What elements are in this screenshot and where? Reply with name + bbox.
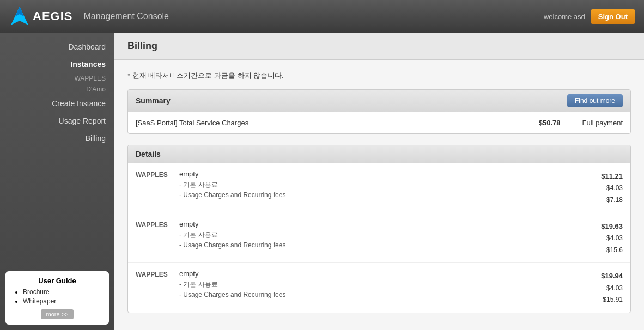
details-amounts-2: $19.63 $4.03 $15.6 (601, 220, 623, 256)
sidebar-item-billing[interactable]: Billing (0, 130, 114, 147)
user-guide-whitepaper[interactable]: Whitepaper (23, 297, 101, 305)
details-info-1: empty - 기본 사용료 - Usage Charges and Recur… (179, 170, 601, 200)
details-amounts-1: $11.21 $4.03 $7.18 (601, 170, 623, 206)
sidebar-item-wapples[interactable]: WAPPLES (0, 73, 114, 84)
beta-notice: * 현재 베타서비스기간으로 과금을 하지 않습니다. (127, 71, 631, 81)
details-type-3: WAPPLES (136, 270, 179, 278)
details-header: Details (128, 145, 630, 163)
find-out-more-button[interactable]: Find out more (567, 94, 623, 107)
header-right: welcome asd Sign Out (544, 9, 635, 24)
details-name-3: empty (179, 270, 601, 278)
sidebar-item-dashboard[interactable]: Dashboard (0, 38, 114, 56)
main-layout: Dashboard Instances WAPPLES D'Amo Create… (0, 33, 644, 330)
user-guide-brochure[interactable]: Brochure (23, 288, 101, 296)
summary-amount: $50.78 (539, 119, 561, 127)
summary-right: $50.78 Full payment (539, 119, 623, 127)
page-header: Billing (114, 33, 644, 60)
table-row: WAPPLES empty - 기본 사용료 - Usage Charges a… (128, 213, 630, 264)
logo-icon (9, 5, 31, 27)
details-info-3: empty - 기본 사용료 - Usage Charges and Recur… (179, 270, 601, 300)
user-guide-more-button[interactable]: more >> (41, 309, 74, 319)
table-row: WAPPLES empty - 기본 사용료 - Usage Charges a… (128, 263, 630, 313)
details-info-2: empty - 기본 사용료 - Usage Charges and Recur… (179, 220, 601, 250)
details-name-1: empty (179, 170, 601, 178)
details-box: Details WAPPLES empty - 기본 사용료 - Usage C… (127, 145, 631, 313)
details-title: Details (136, 150, 161, 158)
logo-area: AEGIS (9, 5, 72, 27)
details-type-2: WAPPLES (136, 220, 179, 229)
summary-payment: Full payment (582, 119, 623, 127)
details-name-2: empty (179, 220, 601, 228)
summary-box: Summary Find out more [SaaS Portal] Tota… (127, 89, 631, 134)
signout-button[interactable]: Sign Out (591, 9, 635, 24)
welcome-text: welcome asd (544, 13, 585, 21)
header-left: AEGIS Management Console (9, 5, 169, 27)
summary-service-label: [SaaS Portal] Total Service Charges (136, 119, 248, 127)
table-row: WAPPLES empty - 기본 사용료 - Usage Charges a… (128, 163, 630, 213)
sidebar-item-instances[interactable]: Instances (0, 56, 114, 73)
sidebar-item-usage-report[interactable]: Usage Report (0, 112, 114, 130)
sidebar-item-create-instance[interactable]: Create Instance (0, 95, 114, 112)
page-title: Billing (127, 40, 631, 52)
content-body: * 현재 베타서비스기간으로 과금을 하지 않습니다. Summary Find… (114, 60, 644, 330)
summary-row: [SaaS Portal] Total Service Charges $50.… (128, 112, 630, 133)
sidebar: Dashboard Instances WAPPLES D'Amo Create… (0, 33, 114, 330)
sidebar-item-damo[interactable]: D'Amo (0, 84, 114, 95)
summary-title: Summary (136, 96, 171, 105)
logo-text: AEGIS (33, 9, 72, 23)
details-amounts-3: $19.94 $4.03 $15.91 (601, 270, 623, 306)
content-area: Billing * 현재 베타서비스기간으로 과금을 하지 않습니다. Summ… (114, 33, 644, 330)
user-guide-box: User Guide Brochure Whitepaper more >> (5, 271, 109, 325)
details-sub-1: - 기본 사용료 - Usage Charges and Recurring f… (179, 180, 601, 200)
details-type-1: WAPPLES (136, 170, 179, 179)
details-sub-2: - 기본 사용료 - Usage Charges and Recurring f… (179, 230, 601, 250)
app-title: Management Console (83, 11, 169, 21)
details-sub-3: - 기본 사용료 - Usage Charges and Recurring f… (179, 279, 601, 300)
header: AEGIS Management Console welcome asd Sig… (0, 0, 644, 33)
user-guide-list: Brochure Whitepaper (13, 288, 101, 305)
user-guide-title: User Guide (13, 277, 101, 285)
summary-header: Summary Find out more (128, 90, 630, 112)
sidebar-nav: Dashboard Instances WAPPLES D'Amo Create… (0, 38, 114, 266)
